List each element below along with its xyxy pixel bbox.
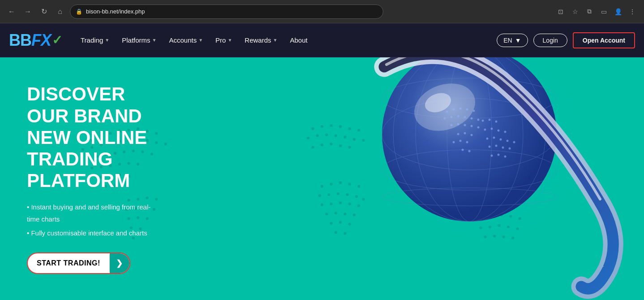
pro-dropdown-icon: ▼: [228, 38, 232, 43]
svg-point-61: [318, 194, 321, 197]
svg-point-45: [316, 135, 319, 137]
address-bar[interactable]: 🔒 bison-bb.net/index.php: [70, 4, 383, 19]
trading-dropdown-icon: ▼: [105, 38, 109, 43]
url-text: bison-bb.net/index.php: [86, 8, 145, 15]
nav-rewards[interactable]: Rewards ▼: [239, 33, 283, 48]
svg-point-51: [311, 146, 314, 148]
svg-point-170: [491, 127, 493, 130]
hero-title: DISCOVER OUR BRAND NEW ONLINE TRADING PL…: [27, 83, 161, 191]
back-button[interactable]: ←: [5, 5, 18, 18]
svg-point-191: [498, 153, 500, 156]
svg-point-183: [500, 138, 502, 140]
svg-point-52: [321, 143, 323, 146]
svg-point-67: [321, 204, 323, 206]
svg-point-38: [311, 127, 314, 130]
svg-point-177: [459, 139, 462, 142]
nav-accounts-label: Accounts: [169, 36, 197, 44]
svg-point-62: [327, 193, 330, 196]
nav-pro[interactable]: Pro ▼: [210, 33, 237, 48]
svg-point-181: [486, 137, 489, 139]
svg-point-162: [457, 123, 459, 125]
svg-point-185: [513, 141, 515, 143]
svg-point-153: [466, 108, 468, 110]
browser-chrome: ← → ↻ ⌂ 🔒 bison-bb.net/index.php ⊡ ☆ ⧉ ▭…: [0, 0, 644, 23]
svg-point-165: [477, 126, 480, 128]
logo-checkmark: ✓: [52, 33, 62, 48]
svg-point-158: [464, 116, 466, 118]
svg-point-155: [444, 117, 446, 119]
globe-visualization: [331, 57, 644, 300]
cast-icon[interactable]: ⊡: [554, 5, 567, 18]
svg-point-39: [321, 125, 323, 128]
svg-point-156: [451, 116, 453, 118]
svg-point-179: [462, 148, 464, 151]
split-screen-icon[interactable]: ▭: [597, 5, 610, 18]
svg-point-46: [325, 133, 328, 136]
hero-content: DISCOVER OUR BRAND NEW ONLINE TRADING PL…: [0, 65, 188, 291]
nav-trading-label: Trading: [81, 36, 103, 44]
reload-button[interactable]: ↻: [38, 5, 50, 18]
svg-point-192: [504, 155, 507, 157]
nav-trading[interactable]: Trading ▼: [75, 33, 115, 48]
svg-point-168: [495, 120, 498, 122]
nav-right: EN ▼ Login Open Account: [497, 32, 635, 48]
open-account-button[interactable]: Open Account: [573, 32, 635, 48]
svg-point-172: [504, 130, 507, 133]
svg-point-174: [464, 132, 466, 134]
svg-point-167: [489, 118, 491, 121]
nav-about[interactable]: About: [284, 33, 313, 48]
extension-icon[interactable]: ⧉: [583, 5, 596, 18]
cta-arrow-icon: ❯: [110, 253, 129, 273]
svg-point-160: [477, 118, 480, 121]
svg-point-157: [457, 115, 459, 117]
svg-point-151: [453, 108, 455, 110]
svg-point-150: [446, 110, 448, 113]
browser-actions: ⊡ ☆ ⧉ ▭ 👤 ⋮: [554, 5, 639, 18]
nav-rewards-label: Rewards: [245, 36, 271, 44]
forward-button[interactable]: →: [21, 5, 34, 18]
svg-point-190: [491, 154, 493, 157]
svg-point-187: [495, 144, 498, 147]
svg-point-175: [471, 134, 473, 136]
svg-point-161: [451, 124, 453, 126]
nav-accounts[interactable]: Accounts ▼: [164, 33, 209, 48]
accounts-dropdown-icon: ▼: [198, 38, 203, 43]
svg-point-164: [471, 125, 473, 127]
platforms-dropdown-icon: ▼: [152, 38, 157, 43]
hero-feature-1: • Instant buying and and selling from re…: [27, 201, 161, 225]
svg-point-154: [473, 109, 475, 112]
home-button[interactable]: ⌂: [54, 5, 66, 18]
nav-pro-label: Pro: [215, 36, 226, 44]
svg-point-56: [321, 185, 323, 188]
navbar: BB FX ✓ Trading ▼ Platforms ▼ Accounts ▼…: [0, 23, 644, 57]
svg-point-171: [498, 129, 500, 131]
bookmark-icon[interactable]: ☆: [569, 5, 581, 18]
svg-point-189: [509, 147, 511, 149]
svg-point-159: [471, 117, 473, 119]
svg-point-178: [466, 141, 468, 143]
svg-point-152: [459, 107, 462, 109]
cta-container: START TRADING! ❯: [27, 252, 161, 274]
nav-platforms-label: Platforms: [122, 36, 150, 44]
start-trading-button[interactable]: START TRADING! ❯: [27, 252, 130, 274]
lock-icon: 🔒: [76, 9, 82, 15]
logo[interactable]: BB FX ✓: [9, 31, 62, 50]
svg-point-180: [468, 150, 471, 152]
svg-point-166: [482, 119, 484, 122]
svg-point-188: [502, 146, 504, 148]
svg-point-182: [493, 136, 495, 139]
hero-features: • Instant buying and and selling from re…: [27, 201, 161, 239]
profile-icon[interactable]: 👤: [612, 5, 624, 18]
svg-point-186: [489, 145, 491, 148]
svg-point-173: [457, 133, 459, 135]
svg-point-72: [325, 213, 328, 215]
logo-fx: FX: [31, 31, 51, 50]
rewards-dropdown-icon: ▼: [273, 38, 278, 43]
hero-section: DISCOVER OUR BRAND NEW ONLINE TRADING PL…: [0, 57, 644, 300]
svg-point-44: [307, 137, 309, 139]
language-label: EN: [503, 37, 512, 44]
language-button[interactable]: EN ▼: [497, 34, 528, 47]
menu-icon[interactable]: ⋮: [626, 5, 639, 18]
login-button[interactable]: Login: [533, 34, 567, 47]
nav-platforms[interactable]: Platforms ▼: [116, 33, 162, 48]
